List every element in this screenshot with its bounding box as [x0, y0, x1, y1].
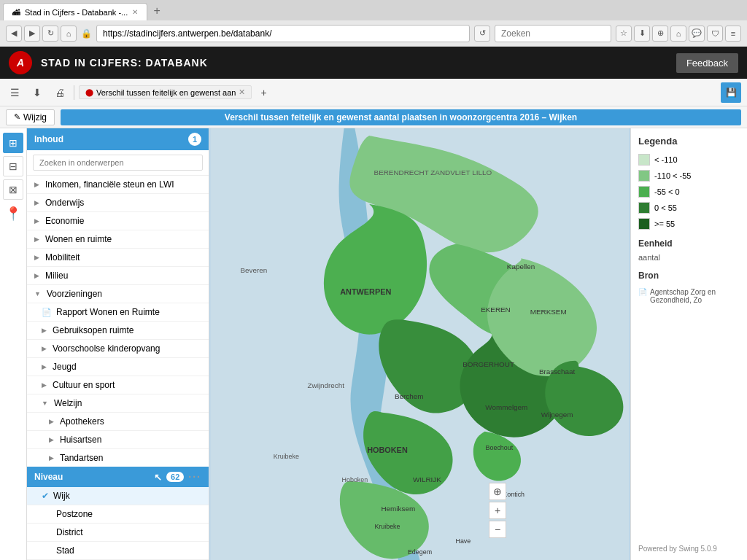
tab-close-icon[interactable]: ✕: [132, 8, 138, 16]
tag-close-icon[interactable]: ✕: [239, 88, 245, 97]
sidebar-item-voorzieningen[interactable]: ▼ Voorzieningen: [27, 285, 209, 303]
menu-button[interactable]: ≡: [725, 26, 741, 42]
sidebar-item-mobiliteit[interactable]: ▶ Mobiliteit: [27, 249, 209, 267]
legend-color-1: [638, 154, 650, 166]
arrow-right-icon: ▶: [34, 217, 39, 225]
sidebar-item-milieu[interactable]: ▶ Milieu: [27, 267, 209, 285]
active-tab[interactable]: 🏙 Stad in Cijfers - Databank -... ✕: [3, 3, 147, 20]
svg-text:Edegem: Edegem: [408, 548, 432, 556]
arrow-right-icon: ▶: [49, 436, 54, 443]
source-doc-icon: 📄: [638, 288, 647, 296]
history-button[interactable]: ⊕: [652, 26, 668, 42]
niveau-item-district[interactable]: District: [27, 524, 209, 542]
hamburger-menu-button[interactable]: ☰: [6, 84, 24, 101]
wijzigen-button[interactable]: ✎ Wijzig: [6, 109, 55, 125]
extra-icon-right[interactable]: 💾: [721, 82, 741, 103]
tab-favicon: 🏙: [12, 8, 20, 17]
zoom-in-icon: +: [495, 505, 500, 516]
niveau-item-postzone[interactable]: Postzone: [27, 505, 209, 524]
niveau-item-wijk[interactable]: ✔ Wijk: [27, 487, 209, 505]
sidebar-item-inkomen[interactable]: ▶ Inkomen, financiële steun en LWI: [27, 176, 209, 194]
sidebar-item-apothekers[interactable]: ▶ Apothekers: [27, 413, 209, 431]
map-controls: ⊕ + −: [489, 483, 506, 538]
niveau-section: Niveau ↖ 62 ··· ✔ Wijk Postzone: [27, 467, 209, 560]
map-location-button[interactable]: ⊕: [489, 483, 506, 500]
toolbar-left: ☰ ⬇ 🖨 ⬤ Verschil tussen feitelijk en gew…: [6, 84, 271, 101]
sidebar-item-economie[interactable]: ▶ Economie: [27, 212, 209, 230]
url-input[interactable]: [96, 25, 470, 42]
niveau-options: ✔ Wijk Postzone District Stad: [27, 487, 209, 560]
legend-bron-value: Agentschap Zorg en Gezondheid, Zo: [650, 288, 740, 304]
legend-label-5: >= 55: [654, 219, 675, 228]
niveau-option-label: Wijk: [53, 491, 70, 501]
check-icon: ✔: [42, 491, 49, 501]
downloads-button[interactable]: ⬇: [634, 26, 650, 42]
map-pin-icon: 📍: [5, 206, 21, 221]
svg-text:Hemiksem: Hemiksem: [381, 505, 415, 513]
sidebar-item-welzijn[interactable]: ▼ Welzijn: [27, 394, 209, 413]
sidebar-item-wonen[interactable]: ▶ Wonen en ruimte: [27, 230, 209, 249]
back-button[interactable]: ◀: [6, 26, 22, 42]
chat-button[interactable]: 💬: [689, 26, 705, 42]
powered-by: Powered by Swing 5.0.9: [638, 539, 740, 553]
grid1-icon: ⊞: [9, 137, 18, 149]
tab-title: Stad in Cijfers - Databank -...: [25, 8, 128, 17]
arrow-right-icon: ▶: [34, 181, 39, 188]
legend-color-5: [638, 218, 650, 230]
sidebar-item-jeugd[interactable]: ▶ Jeugd: [27, 358, 209, 376]
sidebar-item-huisartsen[interactable]: ▶ Huisartsen: [27, 431, 209, 449]
arrow-down-icon: ▼: [42, 400, 48, 407]
niveau-label: Niveau: [34, 472, 63, 482]
browser-bar: ◀ ▶ ↻ ⌂ 🔒 ↺ ☆ ⬇ ⊕ ⌂ 💬 🛡 ≡: [0, 20, 747, 47]
item-label: Gebruiksopen ruimte: [53, 325, 133, 335]
plus-icon: +: [260, 87, 266, 98]
arrow-right-icon: ▶: [42, 381, 47, 389]
reload-button[interactable]: ↺: [474, 26, 490, 42]
add-tag-button[interactable]: +: [256, 84, 271, 101]
download-button[interactable]: ⬇: [28, 84, 46, 101]
tag-indicator: ⬤ Verschil tussen feitelijk en gewenst a…: [79, 85, 252, 99]
search-input[interactable]: [495, 25, 611, 42]
sidebar-item-tandartsen[interactable]: ▶ Tandartsen: [27, 449, 209, 467]
home-button[interactable]: ⌂: [61, 26, 77, 42]
svg-text:MERKSEM: MERKSEM: [530, 308, 567, 316]
sidebar-item-gebruiksopen[interactable]: ▶ Gebruiksopen ruimte: [27, 322, 209, 340]
niveau-header[interactable]: Niveau ↖ 62 ···: [27, 467, 209, 487]
item-label: Milieu: [45, 271, 68, 281]
home-nav-button[interactable]: ⌂: [670, 26, 686, 42]
niveau-dots: ···: [188, 471, 201, 483]
sidebar-search: [27, 150, 209, 176]
niveau-option-label: Stad: [56, 545, 74, 556]
new-tab-button[interactable]: +: [149, 3, 165, 19]
grid-view-btn-2[interactable]: ⊟: [3, 156, 23, 176]
sidebar-item-voorschoolse[interactable]: ▶ Voorschoolse kinderopvang: [27, 340, 209, 358]
app-logo: A: [9, 51, 32, 74]
refresh-button[interactable]: ↻: [42, 26, 58, 42]
legend-eenheid-title: Eenheid: [638, 238, 740, 249]
map-title-bar: Verschil tussen feitelijk en gewenst aan…: [61, 109, 741, 125]
tag-dot: ⬤: [85, 88, 93, 96]
legend-label-3: -55 < 0: [654, 187, 680, 196]
arrow-right-icon: ▶: [34, 199, 39, 206]
zoom-out-button[interactable]: −: [489, 521, 506, 538]
niveau-item-stad[interactable]: Stad: [27, 542, 209, 560]
sidebar-item-onderwijs[interactable]: ▶ Onderwijs: [27, 194, 209, 212]
feedback-button[interactable]: Feedback: [676, 53, 738, 73]
sidebar-search-input[interactable]: [33, 155, 203, 171]
print-button[interactable]: 🖨: [50, 84, 69, 101]
sidebar-item-rapport[interactable]: 📄 Rapport Wonen en Ruimte: [27, 303, 209, 322]
sidebar-item-cultuur[interactable]: ▶ Cultuur en sport: [27, 376, 209, 394]
map-pin-button[interactable]: 📍: [3, 206, 23, 222]
map-container[interactable]: BERENDRECHT ZANDVLIET LILLO Kapellen EKE…: [209, 128, 630, 560]
forward-button[interactable]: ▶: [24, 26, 40, 42]
grid-view-btn-1[interactable]: ⊞: [3, 133, 23, 153]
svg-text:Have: Have: [456, 537, 471, 545]
shield-button[interactable]: 🛡: [707, 26, 723, 42]
zoom-out-icon: −: [495, 524, 500, 535]
item-label: Economie: [45, 216, 84, 226]
zoom-in-button[interactable]: +: [489, 502, 506, 519]
grid-view-btn-3[interactable]: ⊠: [3, 179, 23, 200]
app-title: STAD IN CIJFERS: DATABANK: [41, 57, 667, 69]
browser-action-buttons: ☆ ⬇ ⊕ ⌂ 💬 🛡 ≡: [616, 26, 741, 42]
star-button[interactable]: ☆: [616, 26, 632, 42]
